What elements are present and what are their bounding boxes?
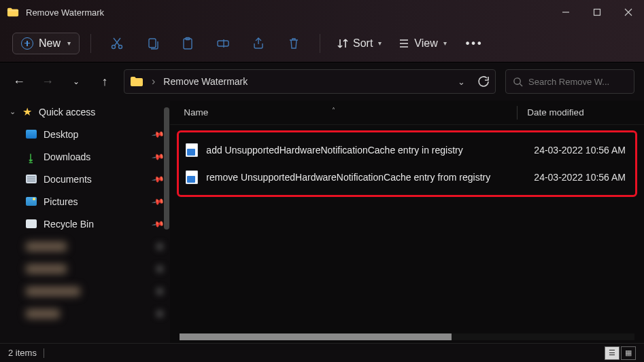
search-icon <box>513 77 523 87</box>
chevron-down-icon: ▾ <box>67 39 71 47</box>
sidebar-item-label: Recycle Bin <box>44 219 94 230</box>
star-icon: ★ <box>22 105 32 118</box>
sidebar-item-label: Downloads <box>44 151 90 162</box>
file-date: 24-03-2022 10:56 AM <box>534 145 631 156</box>
breadcrumb-separator: › <box>152 75 155 88</box>
pictures-icon <box>26 197 37 206</box>
window-title: Remove Watermark <box>26 7 104 18</box>
column-header-name[interactable]: Name ˄ <box>184 107 517 117</box>
sidebar-item-downloads[interactable]: ⭳ Downloads 📌 <box>0 145 170 168</box>
pin-icon: 📌 <box>152 149 165 163</box>
title-bar: Remove Watermark <box>0 0 644 24</box>
separator <box>90 34 91 53</box>
sidebar-item-redacted[interactable] <box>0 235 170 257</box>
recycle-bin-icon <box>26 219 37 228</box>
up-button[interactable]: ↑ <box>95 72 114 91</box>
sidebar-item-redacted[interactable] <box>0 302 170 325</box>
rename-button[interactable] <box>208 30 238 57</box>
cut-button[interactable] <box>102 30 132 57</box>
nav-row: ← → ⌄ ↑ › Remove Watermark ⌄ Search Remo… <box>0 62 644 101</box>
file-name: remove UnsupportedHardwareNotificationCa… <box>206 172 526 183</box>
column-header-row: Name ˄ Date modified <box>170 101 644 125</box>
download-icon: ⭳ <box>26 152 37 161</box>
recent-locations-button[interactable]: ⌄ <box>67 72 86 91</box>
svg-rect-3 <box>149 39 156 48</box>
more-button[interactable]: ••• <box>458 37 492 50</box>
svg-point-7 <box>514 77 520 84</box>
column-separator <box>517 106 518 120</box>
plus-icon <box>21 37 33 50</box>
new-button[interactable]: New ▾ <box>12 33 80 54</box>
separator <box>44 348 44 358</box>
sort-icon <box>337 37 349 50</box>
sidebar-item-label: Desktop <box>44 129 78 140</box>
chevron-down-icon: ▾ <box>443 39 447 47</box>
search-input[interactable]: Search Remove W... <box>505 69 634 94</box>
chevron-down-icon: ⌄ <box>10 107 16 116</box>
view-button[interactable]: View ▾ <box>392 37 452 50</box>
pin-icon: 📌 <box>152 194 165 208</box>
sidebar: ⌄ ★ Quick access Desktop 📌 ⭳ Downloads 📌… <box>0 101 170 343</box>
sidebar-item-documents[interactable]: Documents 📌 <box>0 168 170 190</box>
sidebar-scrollbar[interactable] <box>164 107 169 230</box>
sidebar-item-redacted[interactable] <box>0 257 170 280</box>
minimize-button[interactable] <box>550 0 581 24</box>
sidebar-item-recycle-bin[interactable]: Recycle Bin 📌 <box>0 213 170 235</box>
desktop-icon <box>26 130 37 139</box>
column-date-label: Date modified <box>527 107 583 117</box>
separator <box>320 34 320 53</box>
refresh-button[interactable] <box>477 75 490 88</box>
forward-button[interactable]: → <box>38 72 57 91</box>
folder-icon <box>130 76 143 87</box>
column-name-label: Name <box>184 107 208 117</box>
file-row[interactable]: add UnsupportedHardwareNotificationCache… <box>183 137 631 164</box>
sort-button[interactable]: Sort ▾ <box>331 37 387 50</box>
details-view-button[interactable]: ☰ <box>605 346 620 360</box>
column-header-date[interactable]: Date modified <box>527 107 583 117</box>
share-button[interactable] <box>243 30 273 57</box>
copy-button[interactable] <box>137 30 167 57</box>
maximize-button[interactable] <box>581 0 613 24</box>
pin-icon: 📌 <box>152 172 165 185</box>
search-placeholder: Search Remove W... <box>528 77 609 87</box>
folder-icon <box>7 7 19 18</box>
file-list-pane: Name ˄ Date modified add UnsupportedHard… <box>170 101 644 343</box>
horizontal-scrollbar[interactable] <box>180 333 634 340</box>
new-label: New <box>39 37 61 50</box>
paste-button[interactable] <box>173 30 203 57</box>
chevron-down-icon: ▾ <box>378 39 382 47</box>
reg-file-icon <box>186 170 198 184</box>
sidebar-item-label: Documents <box>44 174 92 185</box>
file-date: 24-03-2022 10:56 AM <box>534 172 631 183</box>
chevron-down-icon[interactable]: ⌄ <box>458 77 465 87</box>
close-button[interactable] <box>613 0 644 24</box>
svg-rect-6 <box>218 41 228 46</box>
reg-file-icon <box>186 143 198 157</box>
thumbnails-view-button[interactable]: ▦ <box>621 346 636 360</box>
svg-point-1 <box>112 45 116 48</box>
view-icon <box>398 37 410 50</box>
sort-label: Sort <box>353 37 373 50</box>
file-name: add UnsupportedHardwareNotificationCache… <box>206 145 526 156</box>
pin-icon: 📌 <box>152 217 165 230</box>
documents-icon <box>26 175 37 183</box>
sidebar-item-label: Pictures <box>44 196 78 207</box>
breadcrumb-current[interactable]: Remove Watermark <box>163 76 248 87</box>
svg-point-2 <box>119 45 122 48</box>
toolbar: New ▾ Sort ▾ View ▾ ••• <box>0 24 644 62</box>
status-bar: 2 items ☰ ▦ <box>0 343 644 362</box>
address-bar[interactable]: › Remove Watermark ⌄ <box>124 69 496 94</box>
view-label: View <box>414 37 437 50</box>
sidebar-item-redacted[interactable] <box>0 280 170 302</box>
delete-button[interactable] <box>279 30 309 57</box>
sidebar-item-desktop[interactable]: Desktop 📌 <box>0 123 170 145</box>
file-row[interactable]: remove UnsupportedHardwareNotificationCa… <box>183 164 631 191</box>
sidebar-section-quick-access[interactable]: ⌄ ★ Quick access <box>0 101 170 123</box>
quick-access-label: Quick access <box>39 107 95 117</box>
sidebar-item-pictures[interactable]: Pictures 📌 <box>0 190 170 213</box>
svg-rect-4 <box>184 39 192 49</box>
highlighted-files-box: add UnsupportedHardwareNotificationCache… <box>177 130 637 197</box>
back-button[interactable]: ← <box>10 72 29 91</box>
svg-rect-0 <box>594 10 600 16</box>
status-item-count: 2 items <box>8 348 37 358</box>
